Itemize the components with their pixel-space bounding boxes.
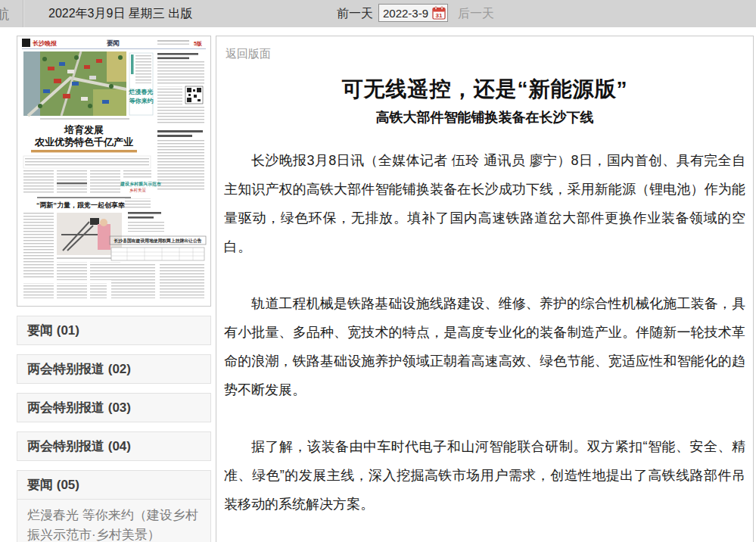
toolbar-divider [23, 0, 24, 27]
svg-text:烂漫春光: 烂漫春光 [129, 89, 154, 95]
article-subtitle: 高铁大部件智能铺换装备在长沙下线 [224, 108, 745, 126]
thumb-section-name: 要闻 [107, 39, 120, 47]
svg-text:31: 31 [436, 12, 443, 19]
article-link-1[interactable]: 烂漫春光 等你来约（建设乡村振兴示范市·乡村美景） [17, 499, 210, 542]
paragraph-3: 据了解，该装备由中车时代电子和山河智能联合研制。双方紧扣“智能、安全、精准、绿色… [224, 432, 745, 519]
teal-feature-box: 烂漫春光 等你来约 [129, 53, 154, 115]
paragraph-2: 轨道工程机械是铁路基础设施线路建设、维修、养护的综合性机械化施工装备，具有小批量… [224, 289, 745, 404]
thumb-teal-logo: 建设乡村振兴示范市 [120, 181, 161, 187]
previous-day-link[interactable]: 前一天 [337, 6, 373, 22]
right-column [157, 53, 204, 192]
article-title: 可无线遥控，还是“新能源版” [224, 75, 745, 104]
aerial-photo [23, 51, 126, 116]
thumb-headline1-line2: 农业优势特色千亿产业 [34, 136, 133, 148]
masthead-logo [22, 39, 30, 47]
next-day-link[interactable]: 后一天 [458, 6, 494, 22]
thumb-teal-logo-sub: 乡村美景 [129, 188, 147, 193]
thumb-headline1-line1: 培育发展 [64, 124, 104, 136]
notice-block: 长沙县国有建设用地使用权网上挂牌出让公告 [110, 236, 206, 298]
article-body: 长沙晚报3月8日讯（全媒体记者 伍玲 通讯员 廖宁）8日，国内首创、具有完全自主… [224, 146, 745, 542]
paragraph-1: 长沙晚报3月8日讯（全媒体记者 伍玲 通讯员 廖宁）8日，国内首创、具有完全自主… [224, 146, 745, 261]
sidebar-section-05[interactable]: 要闻 (05) [17, 471, 210, 499]
article-panel: 返回版面 可无线遥控，还是“新能源版” 高铁大部件智能铺换装备在长沙下线 长沙晚… [216, 36, 754, 542]
sidebar-section-03[interactable]: 两会特别报道 (03) [17, 393, 211, 422]
sidebar-section-04[interactable]: 两会特别报道 (04) [17, 431, 211, 461]
sidebar: 长沙晚报 要闻 5版 [17, 36, 211, 542]
back-to-page-link[interactable]: 返回版面 [226, 47, 271, 61]
thumb-headline2: “两新”力量，跟党一起创享幸福 [36, 201, 132, 209]
svg-text:长沙县国有建设用地使用权网上挂牌出让公告: 长沙县国有建设用地使用权网上挂牌出让公告 [114, 238, 202, 244]
epaper-reader-window: 航 2022年3月9日 星期三 出版 前一天 31 后一天 [0, 0, 756, 542]
nav-partial-label[interactable]: 航 [0, 5, 9, 23]
sidebar-section-02[interactable]: 两会特别报道 (02) [17, 354, 211, 384]
calendar-icon[interactable]: 31 [432, 6, 446, 20]
top-toolbar: 航 2022年3月9日 星期三 出版 前一天 31 后一天 [0, 0, 756, 27]
svg-text:等你来约: 等你来约 [129, 98, 154, 104]
sidebar-section-01[interactable]: 要闻 (01) [17, 316, 211, 345]
sidebar-section-05-group: 要闻 (05) 烂漫春光 等你来约（建设乡村振兴示范市·乡村美景） 培育发展农业… [17, 470, 211, 542]
thumb-page-number: 5版 [194, 41, 202, 47]
publish-date-label: 2022年3月9日 星期三 出版 [48, 6, 192, 22]
date-picker: 31 [378, 4, 448, 22]
masthead-title: 长沙晚报 [33, 40, 58, 47]
qr-code [185, 86, 203, 104]
page-thumbnail[interactable]: 长沙晚报 要闻 5版 [17, 36, 211, 307]
